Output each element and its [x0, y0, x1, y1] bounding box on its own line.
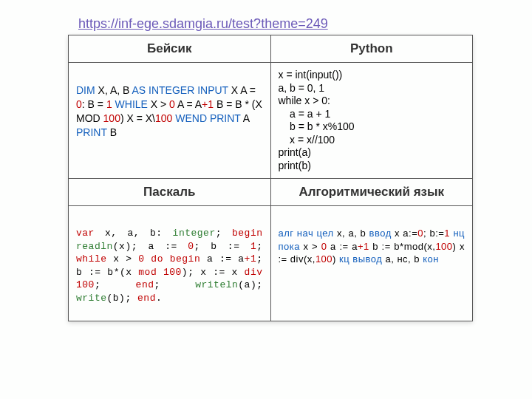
alg-code: алг нач цел x, a, b ввод x a:=0; b:=1 нц… [270, 206, 473, 321]
source-url[interactable]: https://inf-ege.sdamgia.ru/test?theme=24… [78, 16, 328, 32]
header-pascal: Паскаль [69, 179, 271, 206]
header-python: Python [270, 35, 473, 63]
header-alg: Алгоритмический язык [270, 179, 473, 206]
code-table: Бейсик Python DIM X, A, B AS INTEGER INP… [68, 35, 473, 321]
header-basic: Бейсик [69, 35, 271, 63]
pascal-code: var x, a, b: integer; begin readln(x); a… [69, 206, 271, 321]
python-code: x = int(input()) a, b = 0, 1 while x > 0… [270, 63, 473, 179]
basic-code: DIM X, A, B AS INTEGER INPUT X A = 0: B … [69, 63, 271, 179]
